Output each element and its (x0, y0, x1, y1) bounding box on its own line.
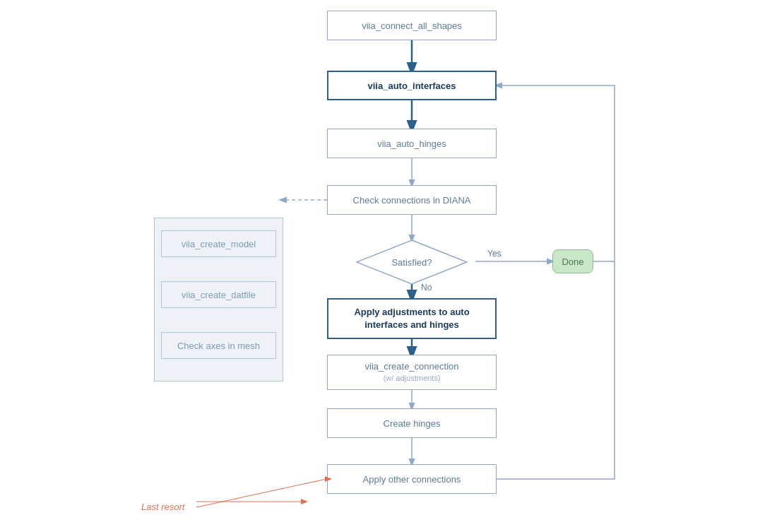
box-done: Done (552, 249, 593, 273)
box-auto-interfaces: viia_auto_interfaces (327, 71, 497, 100)
box-apply-adjustments: Apply adjustments to auto interfaces and… (327, 298, 497, 339)
yes-label: Yes (487, 249, 502, 259)
box-check-axes: Check axes in mesh (161, 332, 276, 359)
box-apply-other-connections: Apply other connections (327, 464, 497, 494)
diamond-satisfied: Satisfied? (355, 239, 468, 285)
svg-marker-16 (301, 499, 308, 504)
flowchart: viia_connect_all_shapes viia_auto_interf… (0, 0, 777, 532)
last-resort-label: Last resort (141, 502, 184, 512)
svg-text:Satisfied?: Satisfied? (391, 257, 432, 268)
box-create-datfile: viia_create_datfile (161, 281, 276, 308)
box-check-connections: Check connections in DIANA (327, 185, 497, 215)
no-label: No (421, 283, 432, 292)
box-create-connection: viia_create_connection (w/ adjustments) (327, 355, 497, 390)
box-connect-all-shapes: viia_connect_all_shapes (327, 11, 497, 40)
box-create-model: viia_create_model (161, 230, 276, 257)
box-auto-hinges: viia_auto_hinges (327, 129, 497, 158)
box-create-hinges: Create hinges (327, 408, 497, 438)
